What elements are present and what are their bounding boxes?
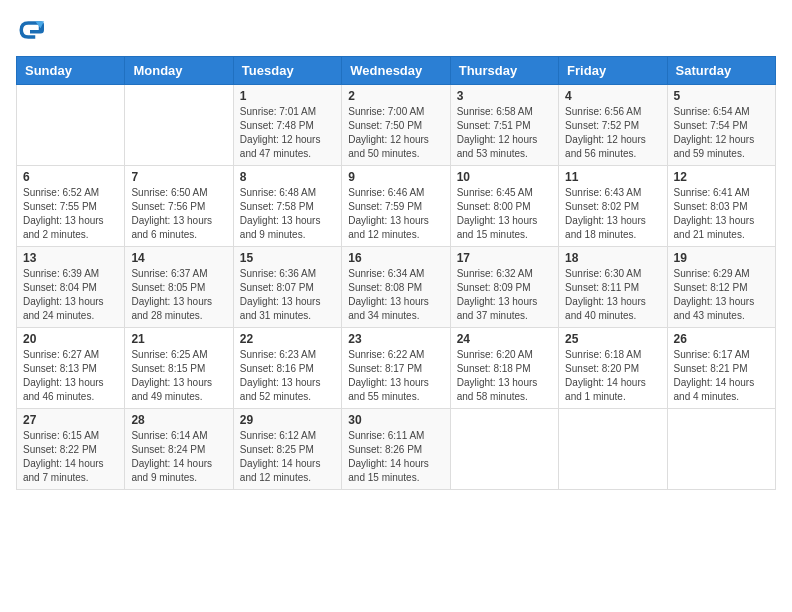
day-number: 18 — [565, 251, 660, 265]
day-number: 1 — [240, 89, 335, 103]
calendar-cell: 13Sunrise: 6:39 AM Sunset: 8:04 PM Dayli… — [17, 247, 125, 328]
calendar-cell: 8Sunrise: 6:48 AM Sunset: 7:58 PM Daylig… — [233, 166, 341, 247]
calendar-cell: 29Sunrise: 6:12 AM Sunset: 8:25 PM Dayli… — [233, 409, 341, 490]
column-header-sunday: Sunday — [17, 57, 125, 85]
day-number: 7 — [131, 170, 226, 184]
calendar-header-row: SundayMondayTuesdayWednesdayThursdayFrid… — [17, 57, 776, 85]
day-info: Sunrise: 6:45 AM Sunset: 8:00 PM Dayligh… — [457, 186, 552, 242]
day-info: Sunrise: 7:00 AM Sunset: 7:50 PM Dayligh… — [348, 105, 443, 161]
calendar-cell: 18Sunrise: 6:30 AM Sunset: 8:11 PM Dayli… — [559, 247, 667, 328]
day-number: 28 — [131, 413, 226, 427]
day-info: Sunrise: 6:12 AM Sunset: 8:25 PM Dayligh… — [240, 429, 335, 485]
calendar-cell: 12Sunrise: 6:41 AM Sunset: 8:03 PM Dayli… — [667, 166, 775, 247]
calendar-cell: 1Sunrise: 7:01 AM Sunset: 7:48 PM Daylig… — [233, 85, 341, 166]
calendar-cell: 20Sunrise: 6:27 AM Sunset: 8:13 PM Dayli… — [17, 328, 125, 409]
day-info: Sunrise: 6:11 AM Sunset: 8:26 PM Dayligh… — [348, 429, 443, 485]
day-info: Sunrise: 6:29 AM Sunset: 8:12 PM Dayligh… — [674, 267, 769, 323]
calendar-cell: 27Sunrise: 6:15 AM Sunset: 8:22 PM Dayli… — [17, 409, 125, 490]
day-info: Sunrise: 6:22 AM Sunset: 8:17 PM Dayligh… — [348, 348, 443, 404]
column-header-wednesday: Wednesday — [342, 57, 450, 85]
calendar-cell: 3Sunrise: 6:58 AM Sunset: 7:51 PM Daylig… — [450, 85, 558, 166]
day-info: Sunrise: 6:18 AM Sunset: 8:20 PM Dayligh… — [565, 348, 660, 404]
calendar-cell — [450, 409, 558, 490]
column-header-saturday: Saturday — [667, 57, 775, 85]
day-info: Sunrise: 6:23 AM Sunset: 8:16 PM Dayligh… — [240, 348, 335, 404]
calendar-cell: 15Sunrise: 6:36 AM Sunset: 8:07 PM Dayli… — [233, 247, 341, 328]
day-number: 2 — [348, 89, 443, 103]
day-number: 25 — [565, 332, 660, 346]
day-info: Sunrise: 6:48 AM Sunset: 7:58 PM Dayligh… — [240, 186, 335, 242]
page-header — [16, 16, 776, 44]
day-info: Sunrise: 6:39 AM Sunset: 8:04 PM Dayligh… — [23, 267, 118, 323]
calendar-cell: 10Sunrise: 6:45 AM Sunset: 8:00 PM Dayli… — [450, 166, 558, 247]
calendar-cell: 23Sunrise: 6:22 AM Sunset: 8:17 PM Dayli… — [342, 328, 450, 409]
calendar-cell — [559, 409, 667, 490]
calendar-week-1: 1Sunrise: 7:01 AM Sunset: 7:48 PM Daylig… — [17, 85, 776, 166]
day-number: 4 — [565, 89, 660, 103]
day-number: 9 — [348, 170, 443, 184]
calendar-cell: 7Sunrise: 6:50 AM Sunset: 7:56 PM Daylig… — [125, 166, 233, 247]
calendar-cell: 22Sunrise: 6:23 AM Sunset: 8:16 PM Dayli… — [233, 328, 341, 409]
day-info: Sunrise: 6:30 AM Sunset: 8:11 PM Dayligh… — [565, 267, 660, 323]
day-number: 16 — [348, 251, 443, 265]
day-number: 20 — [23, 332, 118, 346]
calendar-cell: 30Sunrise: 6:11 AM Sunset: 8:26 PM Dayli… — [342, 409, 450, 490]
day-info: Sunrise: 6:56 AM Sunset: 7:52 PM Dayligh… — [565, 105, 660, 161]
calendar-cell: 26Sunrise: 6:17 AM Sunset: 8:21 PM Dayli… — [667, 328, 775, 409]
calendar-cell: 16Sunrise: 6:34 AM Sunset: 8:08 PM Dayli… — [342, 247, 450, 328]
day-info: Sunrise: 6:41 AM Sunset: 8:03 PM Dayligh… — [674, 186, 769, 242]
logo-icon — [16, 16, 44, 44]
day-number: 26 — [674, 332, 769, 346]
day-number: 10 — [457, 170, 552, 184]
column-header-tuesday: Tuesday — [233, 57, 341, 85]
column-header-friday: Friday — [559, 57, 667, 85]
day-number: 8 — [240, 170, 335, 184]
day-number: 24 — [457, 332, 552, 346]
calendar-week-3: 13Sunrise: 6:39 AM Sunset: 8:04 PM Dayli… — [17, 247, 776, 328]
day-number: 3 — [457, 89, 552, 103]
day-info: Sunrise: 6:37 AM Sunset: 8:05 PM Dayligh… — [131, 267, 226, 323]
logo — [16, 16, 48, 44]
calendar-cell: 9Sunrise: 6:46 AM Sunset: 7:59 PM Daylig… — [342, 166, 450, 247]
calendar-cell: 2Sunrise: 7:00 AM Sunset: 7:50 PM Daylig… — [342, 85, 450, 166]
day-number: 5 — [674, 89, 769, 103]
calendar-table: SundayMondayTuesdayWednesdayThursdayFrid… — [16, 56, 776, 490]
day-info: Sunrise: 6:43 AM Sunset: 8:02 PM Dayligh… — [565, 186, 660, 242]
day-number: 11 — [565, 170, 660, 184]
day-info: Sunrise: 6:32 AM Sunset: 8:09 PM Dayligh… — [457, 267, 552, 323]
day-number: 13 — [23, 251, 118, 265]
day-number: 17 — [457, 251, 552, 265]
day-info: Sunrise: 6:17 AM Sunset: 8:21 PM Dayligh… — [674, 348, 769, 404]
calendar-cell: 17Sunrise: 6:32 AM Sunset: 8:09 PM Dayli… — [450, 247, 558, 328]
day-info: Sunrise: 6:15 AM Sunset: 8:22 PM Dayligh… — [23, 429, 118, 485]
day-number: 27 — [23, 413, 118, 427]
day-number: 12 — [674, 170, 769, 184]
calendar-cell: 6Sunrise: 6:52 AM Sunset: 7:55 PM Daylig… — [17, 166, 125, 247]
calendar-cell — [125, 85, 233, 166]
day-info: Sunrise: 6:58 AM Sunset: 7:51 PM Dayligh… — [457, 105, 552, 161]
calendar-cell: 28Sunrise: 6:14 AM Sunset: 8:24 PM Dayli… — [125, 409, 233, 490]
day-info: Sunrise: 6:50 AM Sunset: 7:56 PM Dayligh… — [131, 186, 226, 242]
day-info: Sunrise: 6:36 AM Sunset: 8:07 PM Dayligh… — [240, 267, 335, 323]
day-number: 23 — [348, 332, 443, 346]
calendar-cell: 11Sunrise: 6:43 AM Sunset: 8:02 PM Dayli… — [559, 166, 667, 247]
calendar-cell: 21Sunrise: 6:25 AM Sunset: 8:15 PM Dayli… — [125, 328, 233, 409]
calendar-week-2: 6Sunrise: 6:52 AM Sunset: 7:55 PM Daylig… — [17, 166, 776, 247]
day-number: 19 — [674, 251, 769, 265]
calendar-cell: 14Sunrise: 6:37 AM Sunset: 8:05 PM Dayli… — [125, 247, 233, 328]
day-info: Sunrise: 6:54 AM Sunset: 7:54 PM Dayligh… — [674, 105, 769, 161]
day-number: 21 — [131, 332, 226, 346]
day-number: 30 — [348, 413, 443, 427]
calendar-cell: 5Sunrise: 6:54 AM Sunset: 7:54 PM Daylig… — [667, 85, 775, 166]
day-info: Sunrise: 6:27 AM Sunset: 8:13 PM Dayligh… — [23, 348, 118, 404]
day-number: 22 — [240, 332, 335, 346]
calendar-cell: 24Sunrise: 6:20 AM Sunset: 8:18 PM Dayli… — [450, 328, 558, 409]
calendar-cell: 25Sunrise: 6:18 AM Sunset: 8:20 PM Dayli… — [559, 328, 667, 409]
day-info: Sunrise: 6:34 AM Sunset: 8:08 PM Dayligh… — [348, 267, 443, 323]
calendar-week-5: 27Sunrise: 6:15 AM Sunset: 8:22 PM Dayli… — [17, 409, 776, 490]
day-number: 6 — [23, 170, 118, 184]
day-number: 29 — [240, 413, 335, 427]
column-header-thursday: Thursday — [450, 57, 558, 85]
day-number: 15 — [240, 251, 335, 265]
day-info: Sunrise: 6:52 AM Sunset: 7:55 PM Dayligh… — [23, 186, 118, 242]
